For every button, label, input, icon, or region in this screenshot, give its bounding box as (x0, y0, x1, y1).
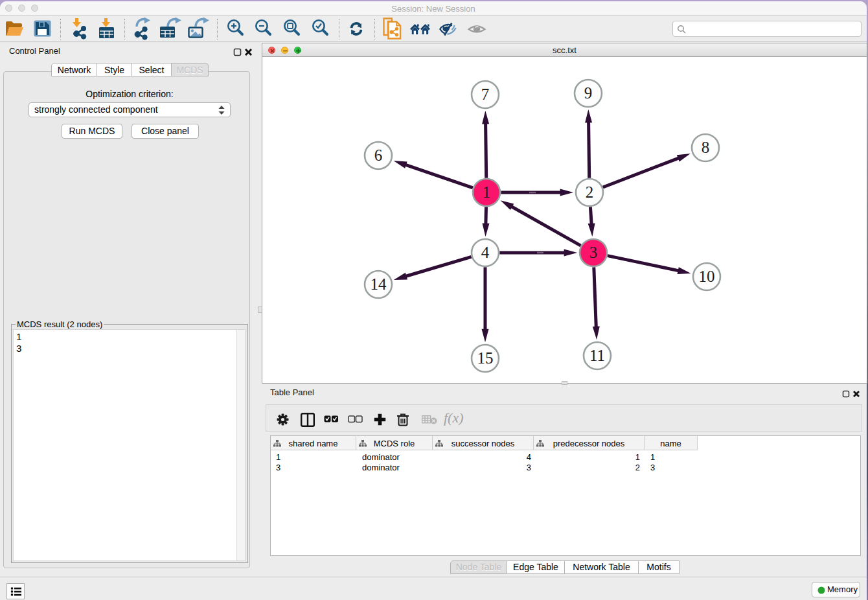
svg-text:4: 4 (481, 244, 490, 261)
svg-text:3: 3 (589, 244, 598, 261)
svg-text:6: 6 (374, 146, 383, 164)
svg-text:7: 7 (481, 86, 490, 103)
svg-text:11: 11 (589, 347, 605, 364)
svg-text:15: 15 (477, 349, 494, 367)
svg-text:2: 2 (586, 183, 594, 201)
svg-text:8: 8 (702, 139, 710, 156)
svg-text:14: 14 (371, 275, 387, 293)
svg-text:9: 9 (584, 84, 593, 102)
svg-text:10: 10 (699, 268, 715, 285)
svg-text:1: 1 (483, 183, 491, 201)
